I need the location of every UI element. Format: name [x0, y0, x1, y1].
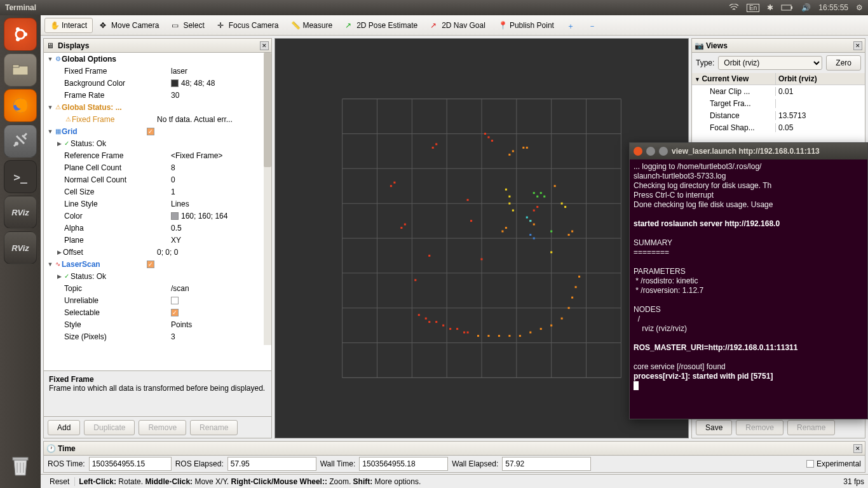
svg-rect-94 [529, 220, 531, 222]
expand-toggle[interactable]: ▶ [55, 273, 63, 280]
zero-button[interactable]: Zero [826, 55, 861, 71]
viewport-3d[interactable] [275, 38, 689, 438]
window-close-icon[interactable] [634, 147, 642, 156]
launcher-trash[interactable] [4, 450, 37, 483]
close-icon[interactable]: ✕ [260, 41, 269, 50]
svg-rect-61 [519, 335, 521, 337]
tool-2d-pose-estimate[interactable]: ↗2D Pose Estimate [339, 18, 423, 33]
add-button[interactable]: Add [48, 420, 80, 435]
plus-icon: ＋ [567, 21, 576, 30]
clock[interactable]: 16:55:55 [818, 3, 848, 12]
svg-rect-63 [540, 328, 542, 330]
experimental-toggle[interactable]: Experimental [806, 459, 861, 468]
views-header[interactable]: 📷 Views ✕ [692, 39, 865, 53]
views-tree-row[interactable]: Near Clip ...0.01 [692, 85, 865, 97]
close-icon[interactable]: ✕ [853, 444, 862, 453]
scrollbar-thumb[interactable] [264, 53, 271, 167]
svg-rect-33 [390, 185, 392, 187]
tool-publish-point[interactable]: 📍Publish Point [492, 18, 560, 33]
launcher-firefox[interactable] [4, 89, 37, 122]
expand-toggle[interactable]: ▼ [46, 56, 54, 62]
terminal-titlebar[interactable]: view_laser.launch http://192.168.0.11:11… [630, 143, 867, 159]
svg-rect-59 [498, 335, 500, 337]
tool-select[interactable]: ▭Select [166, 18, 210, 33]
svg-rect-66 [568, 307, 570, 309]
svg-rect-71 [512, 150, 514, 152]
monitor-icon: 🖥 [46, 41, 55, 50]
language-indicator[interactable]: En [747, 4, 759, 12]
tool-interact[interactable]: ✋Interact [44, 18, 93, 33]
svg-rect-60 [508, 335, 510, 337]
svg-rect-36 [414, 279, 416, 281]
checkbox[interactable]: ✓ [147, 128, 154, 135]
checkbox[interactable] [806, 460, 814, 468]
terminal-body[interactable]: ... logging to /home/turtlebot3/.ros/log… [630, 159, 867, 395]
tool-2d-nav-goal[interactable]: ↗2D Nav Goal [424, 18, 491, 33]
tool-move-camera[interactable]: ✥Move Camera [94, 18, 165, 33]
svg-rect-84 [512, 210, 514, 212]
save-button[interactable]: Save [696, 420, 732, 435]
svg-rect-48 [456, 328, 458, 330]
displays-header[interactable]: 🖥 Displays ✕ [44, 39, 271, 53]
volume-icon[interactable]: 🔊 [801, 3, 811, 12]
launcher-files[interactable] [4, 53, 37, 86]
expand-toggle[interactable]: ▶ [55, 249, 63, 255]
view-type-select[interactable]: Orbit (rviz) [718, 56, 822, 70]
hand-icon: ✋ [50, 21, 59, 30]
tool-measure[interactable]: 📏Measure [285, 18, 338, 33]
svg-rect-90 [540, 192, 542, 194]
battery-icon[interactable] [781, 4, 794, 11]
reset-button[interactable]: Reset [44, 477, 75, 486]
expand-toggle[interactable]: ▶ [55, 140, 63, 147]
time-row: ROS Time: ROS Elapsed: Wall Time: Wall E… [44, 456, 865, 472]
duplicate-button[interactable]: Duplicate [84, 420, 135, 435]
launcher-settings[interactable] [4, 125, 37, 158]
gear-icon[interactable]: ⚙ [856, 3, 863, 12]
rename-button[interactable]: Rename [787, 420, 835, 435]
warning-icon: ⚠ [64, 116, 72, 123]
close-icon[interactable]: ✕ [853, 41, 862, 50]
terminal-window[interactable]: view_laser.launch http://192.168.0.11:11… [629, 142, 868, 419]
launcher-rviz-1[interactable]: RViz [4, 196, 37, 229]
bluetooth-icon[interactable]: ✱ [767, 3, 773, 12]
checkbox[interactable]: ✓ [171, 309, 179, 316]
scrollbar[interactable] [264, 53, 271, 345]
ros-time-input[interactable] [89, 457, 172, 471]
ros-elapsed-input[interactable] [227, 457, 316, 471]
minus-icon: － [588, 21, 597, 30]
svg-rect-46 [467, 332, 469, 334]
svg-rect-7 [13, 65, 19, 67]
wall-elapsed-input[interactable] [502, 457, 591, 471]
views-tree-row[interactable]: Target Fra... [692, 97, 865, 109]
remove-button[interactable]: Remove [139, 420, 186, 435]
gear-blue-icon: ⚙ [54, 55, 62, 63]
displays-tree[interactable]: ▼⚙Global Options Fixed Framelaser Backgr… [44, 53, 271, 370]
window-maximize-icon[interactable] [659, 147, 668, 156]
views-tree-row[interactable]: Focal Shap...0.05 [692, 121, 865, 133]
time-header[interactable]: 🕐 Time ✕ [44, 442, 865, 456]
tool-remove[interactable]: － [583, 18, 603, 33]
wifi-icon[interactable] [729, 4, 739, 11]
rename-button[interactable]: Rename [190, 420, 238, 435]
svg-rect-38 [435, 143, 437, 145]
window-minimize-icon[interactable] [646, 147, 655, 156]
tool-add[interactable]: ＋ [561, 18, 581, 33]
wall-time-input[interactable] [359, 457, 448, 471]
svg-point-9 [15, 142, 18, 146]
launcher-terminal[interactable]: >_ [4, 160, 37, 193]
checkbox[interactable]: ✓ [147, 261, 154, 268]
laserscan-icon: ∿ [54, 261, 62, 268]
launcher-rviz-2[interactable]: RViz [4, 231, 37, 264]
svg-rect-1 [791, 6, 792, 9]
expand-toggle[interactable]: ▼ [46, 128, 54, 135]
checkbox[interactable] [171, 297, 179, 304]
tool-focus-camera[interactable]: ✛Focus Camera [212, 18, 285, 33]
svg-rect-65 [561, 318, 563, 320]
check-icon: ✓ [63, 140, 71, 147]
expand-toggle[interactable]: ▼ [46, 261, 54, 268]
launcher-ubuntu[interactable] [4, 18, 37, 51]
expand-toggle[interactable]: ▼ [46, 104, 54, 111]
remove-button[interactable]: Remove [736, 420, 783, 435]
svg-rect-57 [477, 335, 479, 337]
views-tree-row[interactable]: Distance13.5713 [692, 109, 865, 121]
